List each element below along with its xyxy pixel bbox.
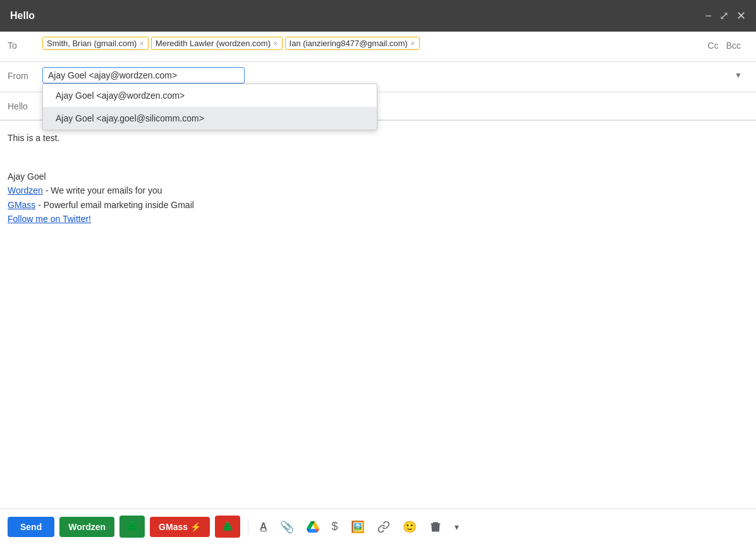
recipient-chip-label: Smith, Brian (gmail.com) <box>47 39 137 48</box>
link-icon <box>377 521 390 533</box>
signature-line-3: Follow me on Twitter! <box>8 212 748 226</box>
dollar-icon: $ <box>332 520 338 533</box>
recipient-chip-label: Meredith Lawler (wordzen.com) <box>155 39 271 48</box>
from-label: From <box>8 67 42 81</box>
font-button[interactable]: A <box>256 517 271 536</box>
to-row: To Smith, Brian (gmail.com) × Meredith L… <box>0 32 756 62</box>
from-select-wrapper: Ajay Goel <ajay@wordzen.com> ▼ Ajay Goel… <box>42 67 748 83</box>
title-bar: Hello − ⤢ ✕ <box>0 0 756 32</box>
attachment-icon: 📎 <box>280 520 294 534</box>
subject-label: Hello <box>8 101 42 111</box>
recipient-chip[interactable]: Meredith Lawler (wordzen.com) × <box>151 37 283 50</box>
more-options-button[interactable]: ▾ <box>451 518 463 536</box>
wordzen-link[interactable]: Wordzen <box>8 185 43 195</box>
recipient-chip[interactable]: Ian (ianziering8477@gmail.com) × <box>285 37 420 50</box>
toolbar: Send Wordzen 🌲 GMass ⚡ 🌲 A 📎 <box>0 509 756 544</box>
recipient-chip[interactable]: Smith, Brian (gmail.com) × <box>42 37 149 50</box>
gmass-label: GMass <box>159 522 188 532</box>
insert-image-button[interactable]: 🖼️ <box>347 516 369 538</box>
from-row: From Ajay Goel <ajay@wordzen.com> ▼ Ajay… <box>0 62 756 92</box>
emoji-icon: 🙂 <box>403 520 417 534</box>
toolbar-separator <box>248 519 248 535</box>
window-controls: − ⤢ ✕ <box>705 10 746 22</box>
drive-icon <box>307 521 319 533</box>
delete-button[interactable] <box>425 517 446 537</box>
chip-remove-icon[interactable]: × <box>410 39 415 47</box>
body-greeting: This is a test. <box>8 131 748 145</box>
signature: Ajay Goel Wordzen - We write your emails… <box>8 170 748 226</box>
dropdown-arrow-icon: ▼ <box>735 71 742 80</box>
body-area[interactable]: This is a test. Ajay Goel Wordzen - We w… <box>0 121 756 509</box>
insert-link-button[interactable] <box>374 517 394 537</box>
header-section: To Smith, Brian (gmail.com) × Meredith L… <box>0 32 756 121</box>
cc-bcc-area: Cc Bcc <box>708 37 748 51</box>
dropdown-item-label: Ajay Goel <ajay@wordzen.com> <box>56 90 185 101</box>
twitter-link[interactable]: Follow me on Twitter! <box>8 214 91 224</box>
from-dropdown[interactable]: Ajay Goel <ajay@wordzen.com> Ajay Goel <… <box>42 83 377 130</box>
gmass-tree-button[interactable]: 🌲 <box>215 516 240 538</box>
wordzen-button[interactable]: Wordzen <box>59 517 114 537</box>
font-icon: A <box>260 521 267 533</box>
dropdown-item-silicomm[interactable]: Ajay Goel <ajay.goel@silicomm.com> <box>43 107 377 130</box>
chip-remove-icon[interactable]: × <box>139 39 144 47</box>
chip-remove-icon[interactable]: × <box>273 39 278 47</box>
image-icon: 🖼️ <box>351 520 365 534</box>
maximize-button[interactable]: ⤢ <box>719 10 729 22</box>
window-title: Hello <box>10 10 35 22</box>
cc-button[interactable]: Cc <box>708 40 719 51</box>
minimize-button[interactable]: − <box>705 10 712 22</box>
wordzen-tree-button[interactable]: 🌲 <box>119 516 145 538</box>
to-label: To <box>8 37 42 51</box>
compose-area: To Smith, Brian (gmail.com) × Meredith L… <box>0 32 756 544</box>
signature-line-1: Wordzen - We write your emails for you <box>8 183 748 197</box>
signature-name: Ajay Goel <box>8 170 748 183</box>
gmass-icon: ⚡ <box>190 522 201 532</box>
close-button[interactable]: ✕ <box>736 10 746 22</box>
gmass-link[interactable]: GMass <box>8 200 35 210</box>
signature-line-2: GMass - Powerful email marketing inside … <box>8 198 748 212</box>
to-field-wrapper[interactable]: Smith, Brian (gmail.com) × Meredith Lawl… <box>42 37 708 50</box>
from-select[interactable]: Ajay Goel <ajay@wordzen.com> <box>42 67 245 83</box>
bcc-button[interactable]: Bcc <box>726 40 741 51</box>
trash-icon <box>429 521 442 533</box>
gmass-button[interactable]: GMass ⚡ <box>150 517 210 537</box>
send-button[interactable]: Send <box>8 517 54 537</box>
emoji-button[interactable]: 🙂 <box>399 516 420 538</box>
google-drive-button[interactable] <box>303 517 323 536</box>
payments-button[interactable]: $ <box>328 516 342 537</box>
recipient-chip-label: Ian (ianziering8477@gmail.com) <box>290 39 408 48</box>
attach-button[interactable]: 📎 <box>276 516 298 538</box>
chevron-down-icon: ▾ <box>454 522 459 532</box>
from-select-value: Ajay Goel <ajay@wordzen.com> <box>48 70 177 80</box>
dropdown-item-wordzen[interactable]: Ajay Goel <ajay@wordzen.com> <box>43 84 377 107</box>
dropdown-item-label: Ajay Goel <ajay.goel@silicomm.com> <box>56 113 204 123</box>
